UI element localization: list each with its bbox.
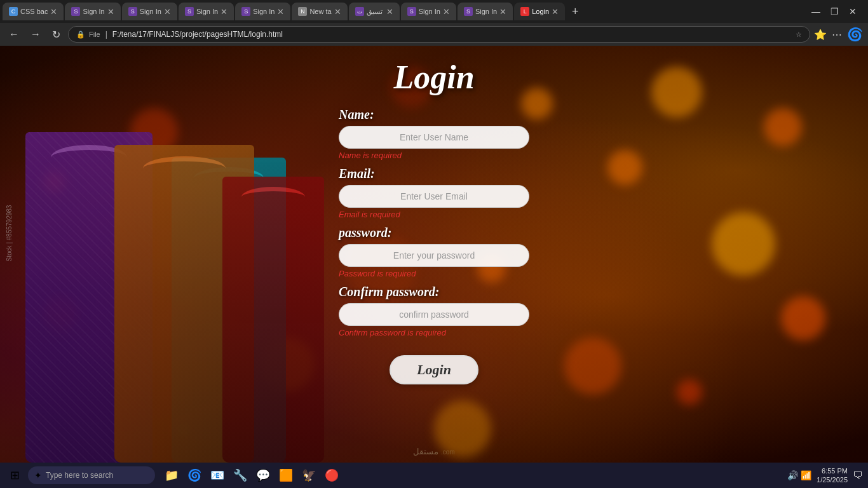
taskbar-app7-icon[interactable]: 🦅 [299, 465, 319, 485]
address-text: F:/tena/17/FINALJS/project/pagesHTML/log… [112, 30, 792, 39]
browser-tab-2[interactable]: SSign In✕ [65, 3, 120, 20]
notification-icon[interactable]: 🗨 [853, 470, 863, 481]
bookmark-icon[interactable]: ☆ [796, 30, 802, 39]
email-error: Email is required [339, 210, 529, 219]
email-input[interactable] [339, 185, 529, 208]
name-error: Name is required [339, 151, 529, 160]
tab-close-button[interactable]: ✕ [443, 7, 450, 17]
browser-tab-8[interactable]: SSign In✕ [401, 3, 456, 20]
tab-close-button[interactable]: ✕ [164, 7, 171, 17]
login-form-container: Login Name: Name is required Email: Emai… [0, 46, 868, 463]
tab-close-button[interactable]: ✕ [386, 7, 393, 17]
system-clock: 6:55 PM 1/25/2025 [817, 466, 848, 485]
browser-tab-5[interactable]: SSign In✕ [235, 3, 290, 20]
password-error: Password is required [339, 269, 529, 278]
tab-label: Sign In [253, 8, 275, 15]
tab-label: تسيق [367, 8, 384, 16]
menu-icon[interactable]: ⋯ [832, 29, 842, 41]
tab-label: Sign In [196, 8, 218, 15]
close-button[interactable]: ✕ [845, 5, 860, 18]
name-field-group: Name: Name is required [339, 107, 529, 160]
page-content: Stock | #855792983 Login Name: Name is r… [0, 46, 868, 463]
tab-favicon: S [241, 7, 250, 16]
taskbar: ⊞ ✦ Type here to search 📁 🌀 📧 🔧 💬 🟧 🦅 🔴 … [0, 463, 868, 488]
password-label: password: [339, 226, 529, 240]
tab-bar: CCSS bac✕SSign In✕SSign In✕SSign In✕SSig… [0, 0, 868, 23]
password-field-group: password: Password is required [339, 226, 529, 278]
confirm-password-input[interactable] [339, 303, 529, 326]
password-input[interactable] [339, 244, 529, 267]
windows-icon: ⊞ [10, 468, 20, 482]
browser-tab-9[interactable]: SSign In✕ [458, 3, 513, 20]
tab-label: Sign In [419, 8, 440, 15]
browser-tab-3[interactable]: SSign In✕ [122, 3, 177, 20]
search-placeholder: Type here to search [46, 471, 113, 480]
taskbar-edge-icon[interactable]: 🌀 [184, 465, 205, 485]
file-icon: File [89, 30, 100, 38]
tab-favicon: L [520, 7, 529, 16]
tab-favicon: S [71, 7, 80, 16]
name-label: Name: [339, 107, 529, 122]
forward-button[interactable]: → [27, 27, 44, 41]
taskbar-app5-icon[interactable]: 💬 [253, 465, 273, 485]
tab-close-button[interactable]: ✕ [499, 7, 506, 17]
browser-tab-6[interactable]: NNew ta✕ [292, 3, 347, 20]
login-button[interactable]: Login [390, 355, 478, 384]
tab-close-button[interactable]: ✕ [107, 7, 114, 17]
browser-tab-1[interactable]: CCSS bac✕ [3, 3, 64, 20]
tab-favicon: N [298, 7, 307, 16]
tab-label: Sign In [83, 8, 104, 15]
taskbar-app6-icon[interactable]: 🟧 [276, 465, 296, 485]
name-input[interactable] [339, 126, 529, 149]
tab-close-button[interactable]: ✕ [220, 7, 227, 17]
tab-label: Sign In [475, 8, 497, 15]
taskbar-apps: 📁 🌀 📧 🔧 💬 🟧 🦅 🔴 [161, 465, 342, 485]
tab-close-button[interactable]: ✕ [334, 7, 341, 17]
tab-favicon: S [464, 7, 473, 16]
refresh-button[interactable]: ↻ [48, 27, 64, 42]
window-controls: — ❐ ✕ [808, 5, 865, 18]
browser-tab-10[interactable]: LLogin✕ [514, 3, 565, 20]
tab-close-button[interactable]: ✕ [552, 7, 559, 17]
tab-favicon: C [9, 7, 18, 16]
tab-label: Sign In [140, 8, 161, 15]
lock-icon: 🔒 [76, 30, 85, 39]
taskbar-right: 🔊 📶 6:55 PM 1/25/2025 🗨 [787, 466, 863, 485]
tab-close-button[interactable]: ✕ [50, 7, 57, 17]
tab-label: Login [532, 8, 549, 15]
taskbar-search-box[interactable]: ✦ Type here to search [28, 466, 155, 484]
email-field-group: Email: Email is required [339, 166, 529, 219]
email-label: Email: [339, 166, 529, 181]
new-tab-button[interactable]: + [566, 3, 584, 20]
tab-favicon: ت [355, 7, 364, 16]
browser-tab-4[interactable]: SSign In✕ [179, 3, 234, 20]
start-button[interactable]: ⊞ [5, 466, 24, 485]
tab-label: CSS bac [20, 8, 48, 15]
address-bar-row: ← → ↻ 🔒 File | F:/tena/17/FINALJS/projec… [0, 23, 868, 46]
edge-icon[interactable]: 🌀 [847, 27, 863, 42]
sparkle-icon: ✦ [34, 470, 42, 480]
page-title: Login [393, 58, 474, 96]
confirm-password-label: Confirm password: [339, 285, 529, 299]
taskbar-app8-icon[interactable]: 🔴 [322, 465, 342, 485]
tab-favicon: S [128, 7, 137, 16]
confirm-password-error: Confirm password is required [339, 328, 529, 337]
back-button[interactable]: ← [5, 27, 23, 41]
system-tray-icons: 🔊 📶 [787, 470, 811, 480]
tab-favicon: S [185, 7, 194, 16]
address-bar[interactable]: 🔒 File | F:/tena/17/FINALJS/project/page… [68, 26, 810, 43]
minimize-button[interactable]: — [808, 5, 824, 18]
confirm-password-field-group: Confirm password: Confirm password is re… [339, 285, 529, 337]
clock-time: 6:55 PM [817, 466, 848, 475]
taskbar-app4-icon[interactable]: 🔧 [230, 465, 250, 485]
toolbar-icons: ⭐ ⋯ 🌀 [814, 27, 863, 42]
taskbar-files-icon[interactable]: 📁 [161, 465, 182, 485]
tab-favicon: S [407, 7, 416, 16]
tab-close-button[interactable]: ✕ [277, 7, 284, 17]
restore-button[interactable]: ❐ [827, 5, 843, 18]
bookmark-star-icon[interactable]: ⭐ [814, 29, 827, 41]
browser-tab-7[interactable]: تتسيق✕ [349, 3, 400, 20]
tab-label: New ta [309, 8, 331, 15]
clock-date: 1/25/2025 [817, 475, 848, 484]
taskbar-outlook-icon[interactable]: 📧 [207, 465, 227, 485]
